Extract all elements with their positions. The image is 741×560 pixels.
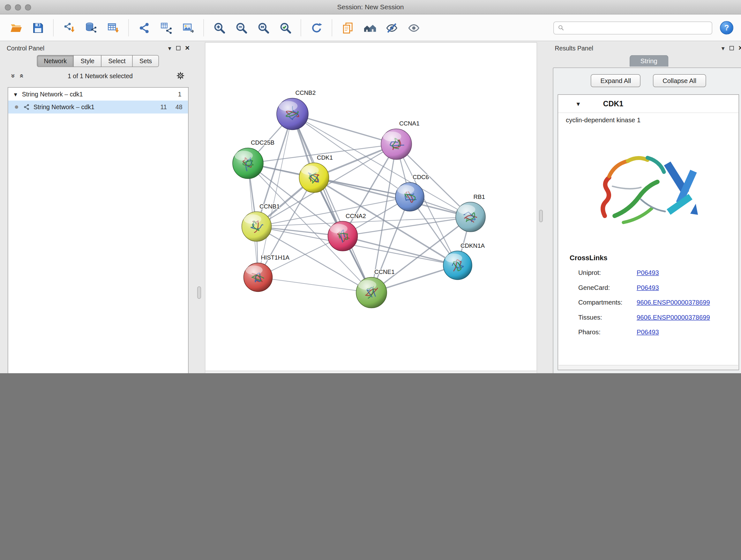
collection-label: String Network – cdk1 <box>22 91 83 98</box>
crosslink-row: Compartments:9606.ENSP00000378699 <box>558 295 739 310</box>
close-panel-icon[interactable]: × <box>738 44 741 52</box>
network-row-selected[interactable]: String Network – cdk1 11 48 <box>8 101 188 114</box>
apply-preferred-layout-icon <box>363 21 376 35</box>
duplicate-network-button[interactable] <box>337 17 359 38</box>
network-node-rb1[interactable]: RB1 <box>456 193 485 232</box>
current-network-bullet <box>15 105 18 109</box>
crosslink-value-link[interactable]: 9606.ENSP00000378699 <box>636 314 710 321</box>
node-label-ccnb1: CCNB1 <box>259 203 280 210</box>
import-network-from-database-button[interactable] <box>80 17 102 38</box>
network-edge-ccnb2-ccna1[interactable] <box>293 114 397 144</box>
new-network-button[interactable] <box>133 17 155 38</box>
tab-network[interactable]: Network <box>37 55 74 67</box>
network-node-hist1h1a[interactable]: HIST1H1A <box>244 254 290 292</box>
control-panel-tabs: NetworkStyleSelectSets <box>5 55 192 67</box>
node-label-ccne1: CCNE1 <box>374 268 395 275</box>
network-node-ccna1[interactable]: CCNA1 <box>381 120 420 160</box>
toolbar-button-groups <box>5 17 425 38</box>
network-edge-ccnb2-ccnb1[interactable] <box>257 114 293 227</box>
network-edge-ccnb2-ccne1[interactable] <box>293 114 372 293</box>
crosslink-value-link[interactable]: P06493 <box>636 284 659 292</box>
network-view-toolbar: String Network – cdk1 ✓ 1 – 0 0 – 0 <box>205 371 537 373</box>
network-options-gear-icon[interactable] <box>176 71 185 80</box>
crosslink-label: Pharos: <box>578 328 636 336</box>
zoom-selected-button[interactable] <box>274 17 296 38</box>
import-table-from-file-button[interactable] <box>102 17 124 38</box>
expand-all-button[interactable]: Expand All <box>591 74 641 87</box>
zoom-out-button[interactable] <box>230 17 253 38</box>
tab-string[interactable]: String <box>629 55 668 67</box>
save-session-icon <box>31 21 44 35</box>
network-selection-bar: » « 1 of 1 Network selected <box>5 69 192 82</box>
collapse-all-networks-icon[interactable]: » <box>10 74 18 78</box>
export-image-button[interactable] <box>177 17 199 38</box>
collection-expand-icon[interactable]: ▼ <box>13 91 18 97</box>
tab-select[interactable]: Select <box>101 55 133 67</box>
network-node-cdc25b[interactable]: CDC25B <box>232 139 274 179</box>
search-input[interactable] <box>567 24 708 32</box>
entry-horizontal-scrollbar[interactable] <box>559 365 738 370</box>
refresh-icon <box>310 21 323 35</box>
float-panel-icon[interactable] <box>729 46 734 50</box>
new-network-from-table-icon <box>159 21 173 35</box>
new-network-from-table-button[interactable] <box>155 17 177 38</box>
panel-menu-icon[interactable]: ▾ <box>168 44 172 52</box>
network-edge-hist1h1a-ccne1[interactable] <box>258 277 372 293</box>
application-window: Session: New Session ? Control Panel ▾ ×… <box>0 0 741 373</box>
new-network-icon <box>138 21 151 35</box>
node-label-ccna2: CCNA2 <box>346 212 366 219</box>
float-panel-icon[interactable] <box>176 46 180 50</box>
network-view: CCNB2CCNA1CDC25BCDK1CDC6RB1CCNB1CCNA2CDK… <box>205 42 537 373</box>
toolbar-separator <box>332 19 333 37</box>
crosslink-value-link[interactable]: 9606.ENSP00000378699 <box>636 299 710 306</box>
network-node-ccnb1[interactable]: CCNB1 <box>242 203 280 242</box>
control-panel-header: Control Panel ▾ × <box>5 42 192 54</box>
protein-structure-image <box>558 125 739 251</box>
toolbar-separator <box>204 19 204 37</box>
search-box <box>553 21 712 35</box>
duplicate-network-icon <box>341 21 354 35</box>
refresh-button[interactable] <box>306 17 327 38</box>
tab-sets[interactable]: Sets <box>132 55 159 67</box>
network-overview-icon[interactable] <box>225 373 239 374</box>
collapse-entry-icon[interactable]: ▼ <box>576 100 581 107</box>
node-count: 11 <box>160 104 167 111</box>
import-network-from-file-button[interactable] <box>58 17 80 38</box>
network-edge-ccnb2-hist1h1a[interactable] <box>258 114 293 277</box>
network-tree: ▼ String Network – cdk1 1 String Network… <box>8 87 189 373</box>
network-canvas[interactable]: CCNB2CCNA1CDC25BCDK1CDC6RB1CCNB1CCNA2CDK… <box>205 43 537 371</box>
import-network-from-file-icon <box>63 21 76 35</box>
network-collection-row[interactable]: ▼ String Network – cdk1 1 <box>8 88 188 101</box>
tab-style[interactable]: Style <box>73 55 102 67</box>
splitter-handle-left[interactable] <box>197 287 201 299</box>
network-node-cdkn1a[interactable]: CDKN1A <box>443 242 485 280</box>
main-toolbar: ? <box>0 15 741 42</box>
crosslink-label: GeneCard: <box>578 284 636 292</box>
crosslink-label: Tissues: <box>578 314 636 321</box>
close-panel-icon[interactable]: × <box>185 44 190 52</box>
hide-selected-button[interactable] <box>381 17 403 38</box>
apply-preferred-layout-button[interactable] <box>359 17 381 38</box>
crosslink-value-link[interactable]: P06493 <box>636 328 659 336</box>
grid-view-icon[interactable] <box>210 373 225 374</box>
zoom-in-button[interactable] <box>208 17 230 38</box>
node-details-header[interactable]: ▼ CDK1 <box>558 95 739 113</box>
search-icon <box>558 24 564 31</box>
network-selected-status: 1 of 1 Network selected <box>24 72 176 79</box>
import-network-from-database-icon <box>84 21 98 35</box>
title-bar: Session: New Session <box>0 0 741 14</box>
help-button[interactable]: ? <box>720 21 733 35</box>
save-session-button[interactable] <box>27 17 49 38</box>
results-panel-title: Results Panel <box>555 44 593 52</box>
toolbar-separator <box>53 19 54 37</box>
gene-description: cyclin-dependent kinase 1 <box>558 113 739 125</box>
show-selected-button[interactable] <box>403 17 425 38</box>
expand-all-networks-icon[interactable]: « <box>18 74 26 78</box>
zoom-fit-button[interactable] <box>253 17 274 38</box>
open-session-button[interactable] <box>5 17 27 38</box>
crosslink-value-link[interactable]: P06493 <box>636 269 659 276</box>
collapse-all-button[interactable]: Collapse All <box>653 74 706 87</box>
splitter-handle-right[interactable] <box>539 210 543 222</box>
panel-menu-icon[interactable]: ▾ <box>722 44 725 52</box>
collection-count: 1 <box>178 91 182 98</box>
